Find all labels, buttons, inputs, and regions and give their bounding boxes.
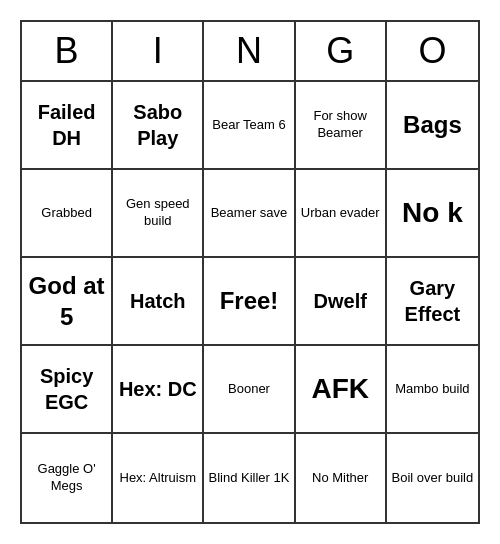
- bingo-card: BINGO Failed DHSabo PlayBear Team 6For s…: [20, 20, 480, 524]
- bingo-cell-22: Blind Killer 1K: [204, 434, 295, 522]
- header-letter-n: N: [204, 22, 295, 80]
- bingo-cell-6: Gen speed build: [113, 170, 204, 258]
- header-letter-b: B: [22, 22, 113, 80]
- header-letter-o: O: [387, 22, 478, 80]
- bingo-cell-12: Free!: [204, 258, 295, 346]
- bingo-cell-20: Gaggle O' Megs: [22, 434, 113, 522]
- bingo-cell-9: No k: [387, 170, 478, 258]
- bingo-cell-4: Bags: [387, 82, 478, 170]
- bingo-cell-7: Beamer save: [204, 170, 295, 258]
- bingo-cell-1: Sabo Play: [113, 82, 204, 170]
- bingo-cell-18: AFK: [296, 346, 387, 434]
- header-letter-g: G: [296, 22, 387, 80]
- bingo-cell-10: God at 5: [22, 258, 113, 346]
- bingo-cell-24: Boil over build: [387, 434, 478, 522]
- header-letter-i: I: [113, 22, 204, 80]
- bingo-header: BINGO: [22, 22, 478, 82]
- bingo-grid: Failed DHSabo PlayBear Team 6For show Be…: [22, 82, 478, 522]
- bingo-cell-11: Hatch: [113, 258, 204, 346]
- bingo-cell-15: Spicy EGC: [22, 346, 113, 434]
- bingo-cell-16: Hex: DC: [113, 346, 204, 434]
- bingo-cell-8: Urban evader: [296, 170, 387, 258]
- bingo-cell-3: For show Beamer: [296, 82, 387, 170]
- bingo-cell-14: Gary Effect: [387, 258, 478, 346]
- bingo-cell-21: Hex: Altruism: [113, 434, 204, 522]
- bingo-cell-0: Failed DH: [22, 82, 113, 170]
- bingo-cell-5: Grabbed: [22, 170, 113, 258]
- bingo-cell-17: Booner: [204, 346, 295, 434]
- bingo-cell-19: Mambo build: [387, 346, 478, 434]
- bingo-cell-23: No Mither: [296, 434, 387, 522]
- bingo-cell-2: Bear Team 6: [204, 82, 295, 170]
- bingo-cell-13: Dwelf: [296, 258, 387, 346]
